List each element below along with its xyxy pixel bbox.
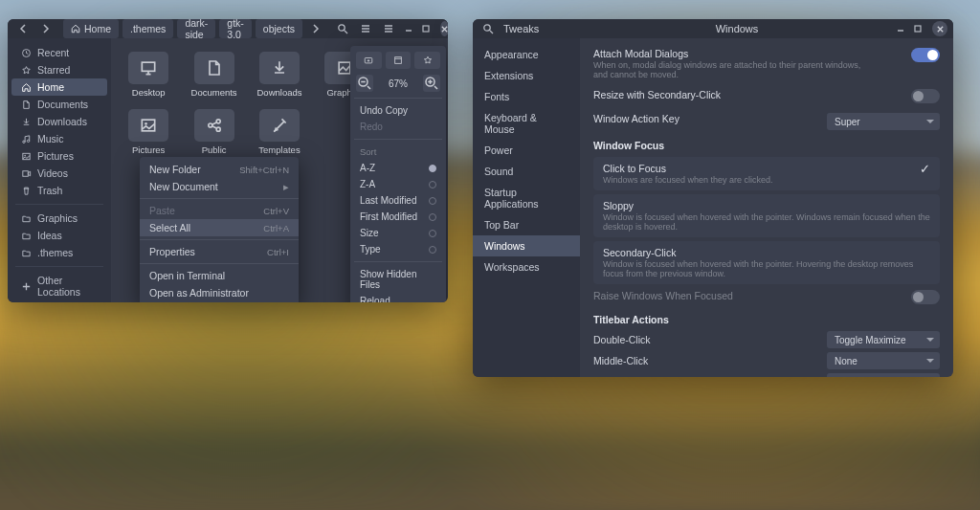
tba-label: Secondary-Click — [593, 376, 666, 377]
sidebar-item-downloads[interactable]: Downloads — [11, 113, 107, 130]
menu-icon — [383, 23, 394, 34]
svg-rect-1 — [423, 26, 429, 32]
action-key-combo[interactable]: Super — [827, 113, 940, 130]
sidebar-item-trash[interactable]: Trash — [11, 182, 107, 199]
folder-public[interactable]: Public — [182, 105, 245, 159]
sort-z-a[interactable]: Z-A — [356, 176, 440, 192]
hamburger-button[interactable] — [379, 19, 398, 38]
path-segment[interactable]: objects — [256, 19, 302, 38]
tw-page-title: Windows — [584, 23, 890, 34]
tw-nav-fonts[interactable]: Fonts — [473, 86, 580, 107]
resize-secondary-toggle[interactable] — [911, 89, 940, 103]
path-label: Home — [84, 23, 111, 34]
tw-search-button[interactable] — [479, 19, 498, 38]
sidebar-item-home[interactable]: Home — [11, 78, 107, 96]
forward-button[interactable] — [36, 19, 56, 38]
tw-nav-top-bar[interactable]: Top Bar — [473, 214, 580, 235]
music-icon — [21, 134, 32, 144]
tw-app-name: Tweaks — [503, 23, 539, 34]
share-icon — [205, 116, 224, 135]
tba-combo-middle-click[interactable]: None — [827, 352, 940, 369]
back-button[interactable] — [13, 19, 33, 38]
svg-rect-6 — [143, 62, 155, 71]
tw-nav-workspaces[interactable]: Workspaces — [473, 256, 580, 277]
sort-a-z[interactable]: A-Z — [356, 160, 440, 176]
minimize-button[interactable] — [894, 19, 907, 38]
undo-item[interactable]: Undo Copy — [356, 102, 440, 119]
tba-combo-secondary-click[interactable]: Menu — [827, 373, 940, 377]
tw-content: Attach Modal Dialogs When on, modal dial… — [580, 38, 953, 377]
ctx-select-all[interactable]: Select AllCtrl+A — [140, 219, 299, 236]
folder-downloads[interactable]: Downloads — [248, 48, 311, 101]
tw-nav-extensions[interactable]: Extensions — [473, 65, 580, 86]
ctx-properties[interactable]: PropertiesCtrl+I — [140, 243, 299, 260]
tw-nav-sound[interactable]: Sound — [473, 161, 580, 182]
focus-option-secondary-click[interactable]: Secondary-ClickWindow is focused when ho… — [593, 241, 940, 284]
tw-nav-power[interactable]: Power — [473, 140, 580, 161]
tw-nav-windows[interactable]: Windows — [473, 235, 580, 256]
close-button[interactable] — [932, 21, 947, 36]
folder-pictures[interactable]: Pictures — [117, 105, 180, 159]
sidebar-item-graphics[interactable]: Graphics — [11, 210, 107, 227]
tw-nav-startup-applications[interactable]: Startup Applications — [473, 182, 580, 214]
attach-modal-label: Attach Modal Dialogs — [593, 48, 871, 59]
svg-point-10 — [208, 123, 212, 127]
folder-desktop[interactable]: Desktop — [117, 48, 180, 101]
path-segment-home[interactable]: Home — [63, 19, 119, 38]
sidebar-item-pictures[interactable]: Pictures — [11, 147, 107, 165]
ctx-new-folder[interactable]: New FolderShift+Ctrl+N — [140, 161, 299, 178]
folder-plus-icon — [364, 55, 373, 65]
path-overflow-button[interactable] — [306, 19, 325, 38]
sort-size[interactable]: Size — [356, 225, 440, 241]
pic-icon — [139, 116, 158, 135]
folder-documents[interactable]: Documents — [182, 48, 245, 101]
sidebar-item-ideas[interactable]: Ideas — [11, 227, 107, 244]
raise-windows-toggle[interactable] — [911, 290, 940, 304]
maximize-button[interactable] — [911, 19, 924, 38]
show-hidden-item[interactable]: Show Hidden Files — [356, 266, 440, 293]
new-window-button[interactable] — [386, 52, 412, 69]
sort-type[interactable]: Type — [356, 241, 440, 257]
path-segment[interactable]: .themes — [122, 19, 173, 38]
folder-templates[interactable]: Templates — [248, 105, 311, 159]
sidebar-item-documents[interactable]: Documents — [11, 96, 107, 113]
zoom-in-button[interactable] — [423, 75, 440, 92]
home-icon — [71, 24, 80, 33]
sidebar-item-music[interactable]: Music — [11, 130, 107, 147]
ctx-new-document[interactable]: New Document▸ — [140, 178, 299, 195]
svg-point-17 — [484, 25, 490, 31]
bookmark-button[interactable] — [414, 52, 440, 69]
new-tab-button[interactable] — [356, 52, 382, 69]
tw-nav-appearance[interactable]: Appearance — [473, 44, 580, 65]
window-focus-head: Window Focus — [593, 140, 940, 151]
radio-icon — [429, 213, 436, 221]
sort-first-modified[interactable]: First Modified — [356, 209, 440, 225]
radio-icon — [429, 230, 436, 237]
sidebar-item--themes[interactable]: .themes — [11, 244, 107, 261]
view-toggle-button[interactable] — [356, 19, 375, 38]
path-segment[interactable]: gtk-3.0 — [219, 19, 252, 38]
sidebar-item-videos[interactable]: Videos — [11, 165, 107, 182]
sidebar-item-recent[interactable]: Recent — [11, 44, 107, 61]
search-button[interactable] — [333, 19, 352, 38]
close-button[interactable] — [440, 21, 448, 36]
minimize-button[interactable] — [402, 19, 415, 38]
focus-option-click-to-focus[interactable]: Click to FocusWindows are focused when t… — [593, 157, 940, 190]
ctx-open-admin[interactable]: Open as Administrator — [140, 284, 299, 301]
sort-last-modified[interactable]: Last Modified — [356, 192, 440, 209]
attach-modal-toggle[interactable] — [911, 48, 940, 62]
focus-option-sloppy[interactable]: SloppyWindow is focused when hovered wit… — [593, 194, 940, 237]
desktop-icon — [139, 58, 158, 78]
tba-combo-double-click[interactable]: Toggle Maximize — [827, 331, 940, 348]
ctx-open-terminal[interactable]: Open in Terminal — [140, 267, 299, 284]
path-segment[interactable]: dark-side — [177, 19, 215, 38]
zoom-out-button[interactable] — [356, 75, 373, 92]
radio-icon — [429, 246, 436, 254]
reload-item[interactable]: Reload — [356, 293, 440, 302]
tba-label: Middle-Click — [593, 355, 648, 366]
maximize-button[interactable] — [419, 19, 433, 38]
other-locations[interactable]: Other Locations — [11, 272, 107, 300]
star-icon — [21, 65, 32, 76]
tw-nav-keyboard-mouse[interactable]: Keyboard & Mouse — [473, 107, 580, 140]
sidebar-item-starred[interactable]: Starred — [11, 61, 107, 78]
